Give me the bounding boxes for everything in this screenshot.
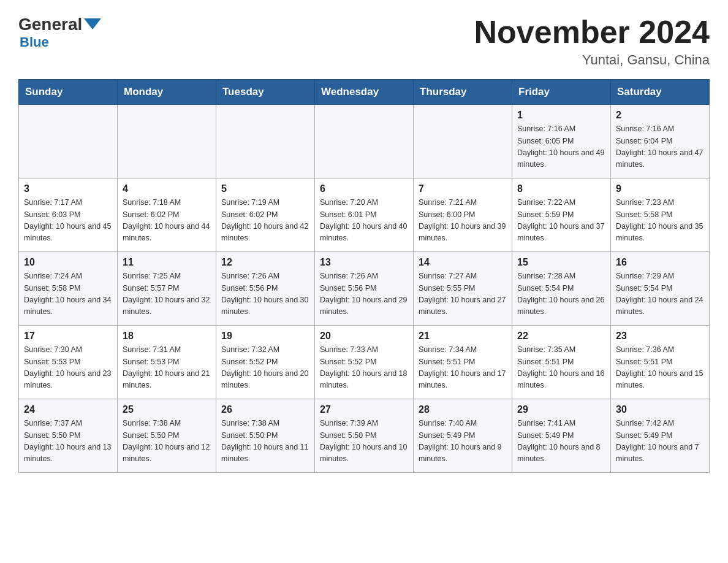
calendar-cell (118, 105, 216, 178)
calendar-cell: 30Sunrise: 7:42 AMSunset: 5:49 PMDayligh… (611, 399, 710, 473)
logo-text-blue: Blue (20, 34, 49, 50)
day-info: Sunrise: 7:26 AMSunset: 5:56 PMDaylight:… (320, 270, 408, 318)
day-info: Sunrise: 7:26 AMSunset: 5:56 PMDaylight:… (221, 270, 309, 318)
day-info: Sunrise: 7:41 AMSunset: 5:49 PMDaylight:… (517, 418, 605, 465)
location-title: Yuntai, Gansu, China (474, 52, 710, 68)
day-number: 21 (419, 331, 507, 342)
day-number: 7 (419, 183, 507, 194)
day-number: 26 (221, 404, 309, 415)
day-info: Sunrise: 7:37 AMSunset: 5:50 PMDaylight:… (24, 418, 112, 465)
day-number: 17 (24, 331, 112, 342)
calendar-cell: 6Sunrise: 7:20 AMSunset: 6:01 PMDaylight… (315, 178, 414, 252)
day-info: Sunrise: 7:19 AMSunset: 6:02 PMDaylight:… (221, 197, 309, 245)
day-info: Sunrise: 7:28 AMSunset: 5:54 PMDaylight:… (517, 270, 605, 318)
day-info: Sunrise: 7:16 AMSunset: 6:05 PMDaylight:… (517, 123, 605, 171)
week-row-4: 17Sunrise: 7:30 AMSunset: 5:53 PMDayligh… (19, 326, 710, 399)
day-info: Sunrise: 7:18 AMSunset: 6:02 PMDaylight:… (123, 197, 211, 245)
day-info: Sunrise: 7:33 AMSunset: 5:52 PMDaylight:… (320, 344, 408, 392)
logo-arrow-icon (84, 18, 101, 29)
header: General Blue November 2024 Yuntai, Gansu… (18, 15, 710, 68)
calendar-cell: 26Sunrise: 7:38 AMSunset: 5:50 PMDayligh… (216, 399, 315, 473)
day-number: 25 (123, 404, 211, 415)
weekday-header-thursday: Thursday (414, 80, 512, 105)
calendar-cell (414, 105, 512, 178)
calendar-cell: 11Sunrise: 7:25 AMSunset: 5:57 PMDayligh… (118, 252, 216, 326)
title-area: November 2024 Yuntai, Gansu, China (474, 15, 710, 68)
week-row-1: 1Sunrise: 7:16 AMSunset: 6:05 PMDaylight… (19, 105, 710, 178)
logo-text-general: General (18, 15, 82, 34)
calendar-cell: 14Sunrise: 7:27 AMSunset: 5:55 PMDayligh… (414, 252, 512, 326)
calendar-cell: 22Sunrise: 7:35 AMSunset: 5:51 PMDayligh… (512, 326, 611, 399)
day-number: 12 (221, 257, 309, 268)
day-info: Sunrise: 7:21 AMSunset: 6:00 PMDaylight:… (419, 197, 507, 245)
logo-general: General (18, 15, 101, 34)
calendar-cell: 20Sunrise: 7:33 AMSunset: 5:52 PMDayligh… (315, 326, 414, 399)
weekday-header-saturday: Saturday (611, 80, 710, 105)
day-number: 4 (123, 183, 211, 194)
day-info: Sunrise: 7:17 AMSunset: 6:03 PMDaylight:… (24, 197, 112, 245)
calendar-cell: 19Sunrise: 7:32 AMSunset: 5:52 PMDayligh… (216, 326, 315, 399)
day-number: 16 (616, 257, 704, 268)
day-number: 10 (24, 257, 112, 268)
day-number: 24 (24, 404, 112, 415)
weekday-header-friday: Friday (512, 80, 611, 105)
day-number: 18 (123, 331, 211, 342)
day-number: 19 (221, 331, 309, 342)
weekday-header-sunday: Sunday (19, 80, 118, 105)
calendar-cell: 21Sunrise: 7:34 AMSunset: 5:51 PMDayligh… (414, 326, 512, 399)
calendar-cell (19, 105, 118, 178)
weekday-header-wednesday: Wednesday (315, 80, 414, 105)
calendar-cell: 16Sunrise: 7:29 AMSunset: 5:54 PMDayligh… (611, 252, 710, 326)
day-info: Sunrise: 7:36 AMSunset: 5:51 PMDaylight:… (616, 344, 704, 392)
calendar-cell: 18Sunrise: 7:31 AMSunset: 5:53 PMDayligh… (118, 326, 216, 399)
day-info: Sunrise: 7:40 AMSunset: 5:49 PMDaylight:… (419, 418, 507, 465)
calendar-cell: 7Sunrise: 7:21 AMSunset: 6:00 PMDaylight… (414, 178, 512, 252)
day-number: 23 (616, 331, 704, 342)
day-number: 1 (517, 110, 605, 121)
day-number: 27 (320, 404, 408, 415)
calendar-cell: 25Sunrise: 7:38 AMSunset: 5:50 PMDayligh… (118, 399, 216, 473)
weekday-header-monday: Monday (118, 80, 216, 105)
calendar-cell: 12Sunrise: 7:26 AMSunset: 5:56 PMDayligh… (216, 252, 315, 326)
day-info: Sunrise: 7:27 AMSunset: 5:55 PMDaylight:… (419, 270, 507, 318)
calendar-cell (216, 105, 315, 178)
day-number: 22 (517, 331, 605, 342)
day-info: Sunrise: 7:32 AMSunset: 5:52 PMDaylight:… (221, 344, 309, 392)
day-info: Sunrise: 7:38 AMSunset: 5:50 PMDaylight:… (123, 418, 211, 465)
calendar-cell: 9Sunrise: 7:23 AMSunset: 5:58 PMDaylight… (611, 178, 710, 252)
calendar-cell: 8Sunrise: 7:22 AMSunset: 5:59 PMDaylight… (512, 178, 611, 252)
week-row-3: 10Sunrise: 7:24 AMSunset: 5:58 PMDayligh… (19, 252, 710, 326)
day-number: 11 (123, 257, 211, 268)
day-number: 3 (24, 183, 112, 194)
day-number: 9 (616, 183, 704, 194)
day-number: 8 (517, 183, 605, 194)
calendar-cell: 23Sunrise: 7:36 AMSunset: 5:51 PMDayligh… (611, 326, 710, 399)
day-info: Sunrise: 7:16 AMSunset: 6:04 PMDaylight:… (616, 123, 704, 171)
logo: General Blue (18, 15, 101, 50)
weekday-header-tuesday: Tuesday (216, 80, 315, 105)
day-info: Sunrise: 7:38 AMSunset: 5:50 PMDaylight:… (221, 418, 309, 465)
day-number: 14 (419, 257, 507, 268)
day-number: 28 (419, 404, 507, 415)
calendar-cell: 29Sunrise: 7:41 AMSunset: 5:49 PMDayligh… (512, 399, 611, 473)
calendar-cell: 15Sunrise: 7:28 AMSunset: 5:54 PMDayligh… (512, 252, 611, 326)
day-number: 30 (616, 404, 704, 415)
week-row-5: 24Sunrise: 7:37 AMSunset: 5:50 PMDayligh… (19, 399, 710, 473)
header-row: SundayMondayTuesdayWednesdayThursdayFrid… (19, 80, 710, 105)
day-number: 5 (221, 183, 309, 194)
week-row-2: 3Sunrise: 7:17 AMSunset: 6:03 PMDaylight… (19, 178, 710, 252)
day-info: Sunrise: 7:29 AMSunset: 5:54 PMDaylight:… (616, 270, 704, 318)
day-number: 2 (616, 110, 704, 121)
calendar-cell: 28Sunrise: 7:40 AMSunset: 5:49 PMDayligh… (414, 399, 512, 473)
day-number: 15 (517, 257, 605, 268)
calendar-cell: 3Sunrise: 7:17 AMSunset: 6:03 PMDaylight… (19, 178, 118, 252)
day-number: 29 (517, 404, 605, 415)
day-info: Sunrise: 7:34 AMSunset: 5:51 PMDaylight:… (419, 344, 507, 392)
calendar-cell: 17Sunrise: 7:30 AMSunset: 5:53 PMDayligh… (19, 326, 118, 399)
day-number: 6 (320, 183, 408, 194)
calendar-cell: 24Sunrise: 7:37 AMSunset: 5:50 PMDayligh… (19, 399, 118, 473)
day-info: Sunrise: 7:31 AMSunset: 5:53 PMDaylight:… (123, 344, 211, 392)
day-number: 13 (320, 257, 408, 268)
calendar-table: SundayMondayTuesdayWednesdayThursdayFrid… (18, 79, 710, 473)
calendar-cell: 5Sunrise: 7:19 AMSunset: 6:02 PMDaylight… (216, 178, 315, 252)
